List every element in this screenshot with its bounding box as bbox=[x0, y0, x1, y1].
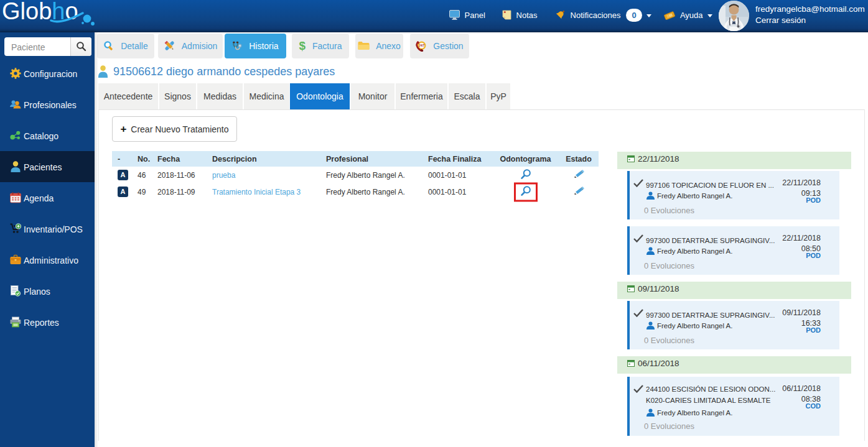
svg-text:24/7: 24/7 bbox=[419, 44, 425, 47]
